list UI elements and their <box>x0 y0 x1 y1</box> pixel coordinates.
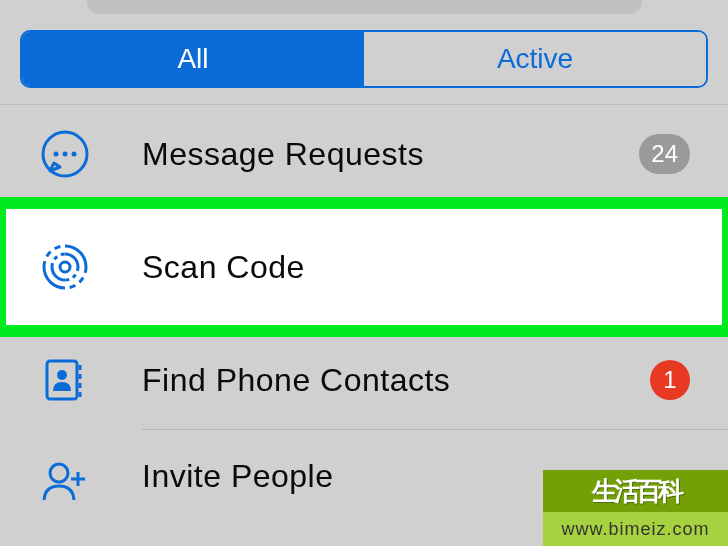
tab-all-label: All <box>177 43 208 75</box>
row-message-requests[interactable]: Message Requests 24 <box>0 105 728 203</box>
watermark: 生活百科 www.bimeiz.com <box>543 470 728 546</box>
watermark-url: www.bimeiz.com <box>543 512 728 546</box>
tab-active[interactable]: Active <box>364 32 706 86</box>
search-field-bottom-edge <box>87 0 642 14</box>
count-badge: 1 <box>650 360 690 400</box>
svg-point-3 <box>72 152 77 157</box>
count-badge: 24 <box>639 134 690 174</box>
scan-code-icon <box>40 242 90 292</box>
svg-point-6 <box>57 370 67 380</box>
person-plus-icon <box>40 458 90 500</box>
tab-all[interactable]: All <box>22 32 364 86</box>
segmented-control-area: All Active <box>0 18 728 104</box>
segmented-control: All Active <box>20 30 708 88</box>
row-scan-code[interactable]: Scan Code <box>0 203 728 331</box>
search-bar-remnant <box>0 0 728 18</box>
row-label: Scan Code <box>142 249 690 286</box>
svg-point-4 <box>60 262 70 272</box>
address-book-icon <box>40 355 90 405</box>
row-label: Find Phone Contacts <box>142 362 650 399</box>
watermark-title: 生活百科 <box>543 470 728 512</box>
svg-point-11 <box>50 464 68 482</box>
message-bubble-icon <box>40 129 90 179</box>
row-label: Message Requests <box>142 136 639 173</box>
row-find-phone-contacts[interactable]: Find Phone Contacts 1 <box>0 331 728 429</box>
svg-point-2 <box>63 152 68 157</box>
menu-list: Message Requests 24 Scan Code <box>0 105 728 500</box>
svg-point-1 <box>54 152 59 157</box>
tab-active-label: Active <box>497 43 573 75</box>
